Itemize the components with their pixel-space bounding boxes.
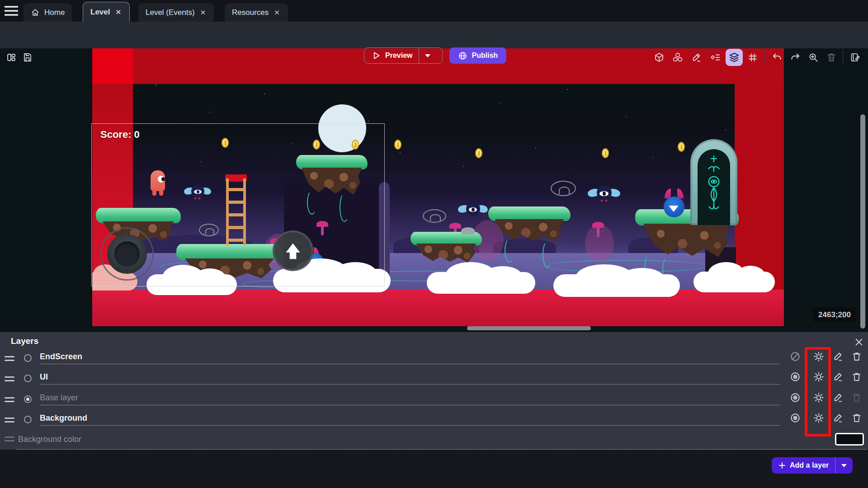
hamburger-menu-icon[interactable] — [5, 6, 18, 16]
level-border-top-left — [92, 48, 133, 84]
delete-layer-icon-disabled — [851, 392, 862, 403]
mushroom-glow — [585, 225, 614, 263]
pencil-icon[interactable] — [691, 52, 703, 63]
eye-icon[interactable] — [790, 392, 801, 403]
eye-outline-decoration — [423, 209, 446, 223]
tab-home[interactable]: Home — [24, 3, 72, 22]
vertical-scrollbar[interactable] — [860, 114, 865, 328]
background-color-swatch[interactable] — [835, 433, 864, 446]
toolbar: Preview Publish — [0, 22, 868, 48]
rock-decoration — [461, 227, 475, 235]
drag-handle-icon[interactable] — [5, 376, 14, 383]
trash-icon — [826, 52, 837, 63]
tab-bar: Home Level ✕ Level (Events) ✕ Resources … — [0, 0, 868, 22]
bat-enemy[interactable] — [458, 201, 488, 220]
lighting-icon[interactable] — [813, 351, 824, 362]
home-icon — [31, 8, 40, 17]
publish-label: Publish — [472, 52, 498, 60]
layers-panel: Layers — [0, 332, 868, 450]
3d-box-icon[interactable] — [653, 52, 665, 63]
tab-level-events[interactable]: Level (Events) ✕ — [138, 3, 214, 22]
delete-layer-icon[interactable] — [851, 413, 862, 423]
tab-resources[interactable]: Resources ✕ — [225, 3, 288, 22]
drag-handle-icon[interactable] — [5, 418, 14, 424]
lighting-icon[interactable] — [813, 392, 824, 403]
eye-outline-decoration — [551, 181, 576, 196]
layer-radio[interactable] — [24, 375, 32, 382]
layer-row-base-layer — [0, 391, 868, 411]
gate-ornament — [703, 153, 725, 221]
drag-handle-icon[interactable] — [5, 356, 14, 362]
eye-icon[interactable] — [790, 371, 801, 382]
background-color-row: Background color — [0, 433, 868, 451]
plus-icon — [778, 461, 786, 469]
coin[interactable] — [602, 148, 609, 158]
layer-name-input[interactable] — [40, 391, 780, 405]
rename-layer-icon[interactable] — [833, 392, 844, 403]
coin[interactable] — [475, 148, 482, 158]
coin[interactable] — [678, 142, 685, 152]
zoom-in-icon[interactable] — [807, 52, 819, 63]
layers-icon[interactable] — [726, 49, 743, 66]
layer-name-input[interactable] — [40, 411, 780, 426]
lighting-icon[interactable] — [813, 371, 824, 382]
tab-label: Resources — [232, 8, 269, 17]
toolbar-divider — [843, 50, 843, 64]
layer-radio[interactable] — [24, 354, 32, 362]
horizontal-scrollbar[interactable] — [467, 326, 591, 330]
instances-list-icon[interactable] — [710, 52, 722, 63]
delete-layer-icon[interactable] — [851, 351, 862, 362]
object-groups-icon[interactable] — [672, 52, 684, 63]
chevron-down-icon — [425, 54, 430, 57]
coin[interactable] — [394, 140, 401, 150]
close-tab-icon[interactable]: ✕ — [199, 9, 207, 17]
publish-button[interactable]: Publish — [449, 47, 506, 64]
bat-enemy[interactable] — [588, 184, 620, 205]
tab-level[interactable]: Level ✕ — [83, 2, 130, 22]
play-icon — [372, 51, 381, 60]
camera-viewport-rect — [91, 123, 385, 286]
level-border-bottom — [92, 290, 784, 326]
close-panel-icon[interactable] — [854, 338, 864, 347]
tab-label: Level (Events) — [146, 8, 195, 17]
layer-row-background — [0, 411, 868, 431]
redo-icon[interactable] — [789, 52, 801, 63]
platform[interactable] — [488, 206, 571, 270]
eye-off-icon[interactable] — [790, 351, 801, 362]
layer-radio-selected[interactable] — [24, 395, 32, 403]
eye-icon[interactable] — [790, 413, 801, 423]
layer-name-input[interactable] — [40, 350, 780, 364]
mushroom — [597, 226, 599, 237]
cloud — [693, 272, 775, 292]
rename-layer-icon[interactable] — [833, 371, 844, 382]
scene-editor-canvas[interactable]: Score: 0 2463;200 — [0, 48, 868, 332]
horned-monster[interactable] — [664, 188, 684, 217]
gate-interior — [698, 149, 730, 225]
close-tab-icon[interactable]: ✕ — [273, 9, 281, 17]
layer-name-input[interactable] — [40, 370, 780, 385]
bottom-bar: Add a layer — [0, 450, 868, 488]
layer-row-endscreen — [0, 350, 868, 370]
delete-layer-icon[interactable] — [851, 371, 862, 382]
lighting-icon[interactable] — [813, 413, 824, 423]
drag-handle-icon[interactable] — [5, 397, 14, 404]
layer-radio[interactable] — [24, 416, 32, 423]
add-layer-dropdown-button[interactable] — [835, 457, 853, 474]
close-tab-icon[interactable]: ✕ — [114, 8, 122, 16]
score-text: Score: 0 — [100, 129, 140, 141]
save-icon[interactable] — [22, 52, 33, 63]
preview-dropdown-button[interactable] — [419, 48, 436, 63]
drag-handle-icon — [5, 436, 14, 443]
toolbar-divider — [764, 50, 764, 64]
panel-title: Layers — [11, 336, 38, 346]
edit-scene-properties-icon[interactable] — [849, 52, 861, 63]
gate-arch[interactable] — [690, 139, 737, 225]
preview-button[interactable]: Preview — [364, 47, 443, 64]
grid-icon[interactable] — [747, 52, 759, 63]
undo-icon[interactable] — [771, 52, 783, 63]
tab-label: Home — [44, 8, 65, 17]
project-manager-icon[interactable] — [5, 52, 17, 63]
add-layer-button[interactable]: Add a layer — [772, 457, 853, 474]
rename-layer-icon[interactable] — [833, 351, 844, 362]
rename-layer-icon[interactable] — [833, 413, 844, 423]
